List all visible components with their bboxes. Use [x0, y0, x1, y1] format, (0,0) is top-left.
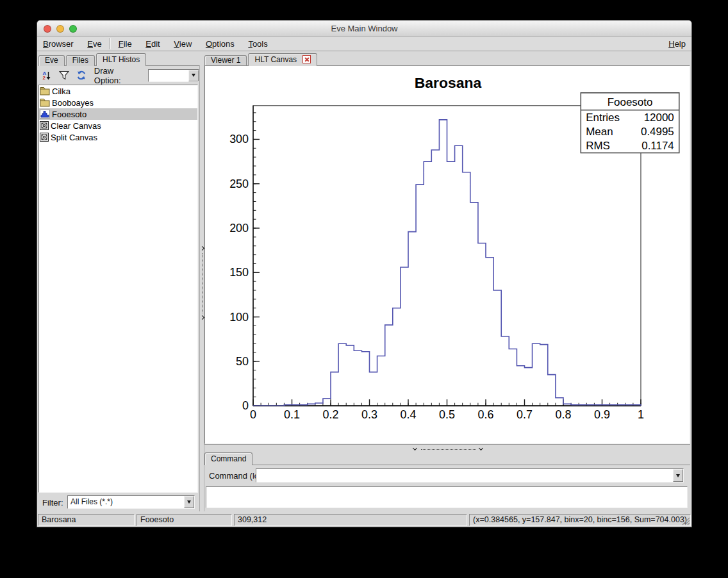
- stats-row-label: Mean: [586, 126, 613, 138]
- tree-item[interactable]: Fooesoto: [39, 108, 197, 120]
- x-tick-label: 1: [638, 408, 644, 421]
- close-tab-icon[interactable]: [302, 55, 311, 63]
- y-tick-label: 150: [229, 266, 249, 279]
- title-bar[interactable]: Eve Main Window: [37, 21, 691, 37]
- filter-icon[interactable]: [58, 70, 70, 81]
- folder-icon: [40, 87, 50, 95]
- y-tick-label: 100: [229, 311, 249, 324]
- x-tick-label: 0.6: [478, 408, 494, 421]
- draw-option-combobox[interactable]: [148, 69, 199, 82]
- command-tab[interactable]: Command: [204, 452, 252, 465]
- x-tick-label: 0.3: [361, 408, 377, 421]
- x-tick-label: 0.1: [284, 408, 300, 421]
- stats-row-value: 0.1174: [641, 140, 674, 152]
- tree-item[interactable]: Clear Canvas: [39, 120, 197, 131]
- filter-row: Filter: All Files (*.*): [37, 493, 199, 511]
- status-segment: 309,312: [234, 514, 467, 526]
- canvas-icon: [40, 121, 49, 130]
- menu-item[interactable]: View: [168, 37, 197, 51]
- x-tick-label: 0.4: [401, 408, 417, 421]
- sidebar-tab[interactable]: HLT Histos: [96, 53, 146, 66]
- y-tick-label: 0: [242, 399, 249, 412]
- menu-item[interactable]: Eve: [81, 37, 107, 51]
- splitter-arrow-icon[interactable]: [200, 246, 204, 251]
- tree-item-label: Split Canvas: [51, 133, 97, 142]
- menu-item[interactable]: File: [113, 37, 138, 51]
- minimize-window-button[interactable]: [56, 25, 64, 33]
- sidebar-tab-bar: Eve Files HLT Histos: [38, 53, 199, 66]
- vertical-splitter[interactable]: [199, 65, 204, 511]
- y-tick-label: 250: [229, 178, 249, 190]
- menu-group-left: Browser Eve: [37, 37, 108, 51]
- x-tick-label: 0.5: [439, 408, 455, 421]
- menu-item[interactable]: Edit: [140, 37, 165, 51]
- folder-icon: [40, 98, 50, 107]
- window-title: Eve Main Window: [37, 21, 691, 37]
- tree-item[interactable]: Cilka: [39, 85, 197, 97]
- chevron-down-icon: [187, 500, 191, 504]
- y-tick-label: 200: [229, 222, 249, 235]
- menu-bar: Browser Eve File Edit View Options Tools…: [37, 37, 691, 51]
- chart-title: Barosana: [415, 74, 482, 91]
- status-segment: Barosana: [38, 514, 135, 526]
- splitter-arrow-icon[interactable]: [413, 446, 417, 450]
- menu-group-main: File Edit View Options Tools: [113, 37, 274, 51]
- tree-item[interactable]: Booboayes: [39, 97, 197, 108]
- y-tick-label: 50: [236, 355, 249, 368]
- menu-divider: [110, 38, 111, 49]
- menu-item[interactable]: Browser: [37, 37, 79, 51]
- filter-label: Filter:: [42, 498, 63, 508]
- splitter-arrow-icon[interactable]: [200, 315, 204, 320]
- histogram-line: [253, 120, 641, 406]
- stats-row-value: 12000: [644, 111, 674, 124]
- command-input-combobox[interactable]: [256, 468, 684, 483]
- combobox-arrow-button[interactable]: [184, 496, 194, 508]
- tree-item-label: Clear Canvas: [51, 121, 101, 131]
- combobox-arrow-button[interactable]: [188, 70, 199, 81]
- horizontal-splitter[interactable]: [204, 444, 690, 452]
- desktop-background: Eve Main Window Browser Eve File Edit Vi…: [0, 0, 728, 578]
- x-tick-label: 0: [250, 408, 256, 421]
- status-segment: (x=0.384565, y=157.847, binx=20, binc=15…: [469, 514, 691, 526]
- refresh-icon[interactable]: [76, 70, 87, 81]
- eve-main-window: Eve Main Window Browser Eve File Edit Vi…: [37, 20, 692, 527]
- hlt-canvas[interactable]: 00.10.20.30.40.50.60.70.80.9105010015020…: [204, 65, 690, 444]
- x-tick-label: 0.8: [556, 408, 572, 421]
- combobox-arrow-button[interactable]: [673, 469, 683, 482]
- histogram-icon: [40, 110, 50, 119]
- tree-item-label: Booboayes: [52, 98, 94, 108]
- chevron-down-icon: [676, 474, 680, 477]
- command-tab-bar: Command: [204, 452, 690, 465]
- menu-item[interactable]: Options: [200, 37, 240, 51]
- viewer-tab[interactable]: Viewer 1: [204, 55, 247, 66]
- menu-item-help[interactable]: Help: [663, 37, 691, 51]
- splitter-arrow-icon[interactable]: [479, 446, 483, 450]
- stats-box-title: Fooesoto: [608, 96, 653, 108]
- status-bar: Barosana Fooesoto 309,312 (x=0.384565, y…: [37, 513, 691, 528]
- sidebar-tab[interactable]: Files: [66, 55, 95, 66]
- tree-item-label: Cilka: [52, 87, 70, 96]
- x-tick-label: 0.2: [323, 408, 339, 421]
- command-output-box[interactable]: [206, 486, 688, 508]
- sort-icon[interactable]: A2: [41, 70, 53, 81]
- tree-item[interactable]: Split Canvas: [39, 131, 197, 143]
- stats-row-label: Entries: [586, 111, 620, 124]
- traffic-lights: [44, 25, 77, 33]
- close-window-button[interactable]: [44, 25, 51, 33]
- status-segment: Fooesoto: [136, 514, 232, 526]
- menu-item[interactable]: Tools: [242, 37, 273, 51]
- sidebar-toolbar: A2 Draw Option:: [37, 66, 199, 85]
- histogram-plot: 00.10.20.30.40.50.60.70.80.9105010015020…: [205, 66, 690, 443]
- chevron-down-icon: [192, 74, 195, 77]
- stats-row-label: RMS: [586, 140, 610, 152]
- sidebar-tab[interactable]: Eve: [38, 55, 65, 66]
- canvas-icon: [40, 133, 49, 142]
- draw-option-label: Draw Option:: [94, 66, 143, 85]
- resize-grip-icon[interactable]: [681, 516, 690, 525]
- viewer-tab-bar: Viewer 1 HLT Canvas: [204, 53, 690, 66]
- zoom-window-button[interactable]: [69, 25, 77, 33]
- filter-combobox[interactable]: All Files (*.*): [67, 495, 195, 509]
- y-tick-label: 300: [229, 133, 249, 145]
- histogram-tree-list: Cilka Booboayes: [38, 85, 198, 493]
- viewer-tab[interactable]: HLT Canvas: [248, 53, 317, 66]
